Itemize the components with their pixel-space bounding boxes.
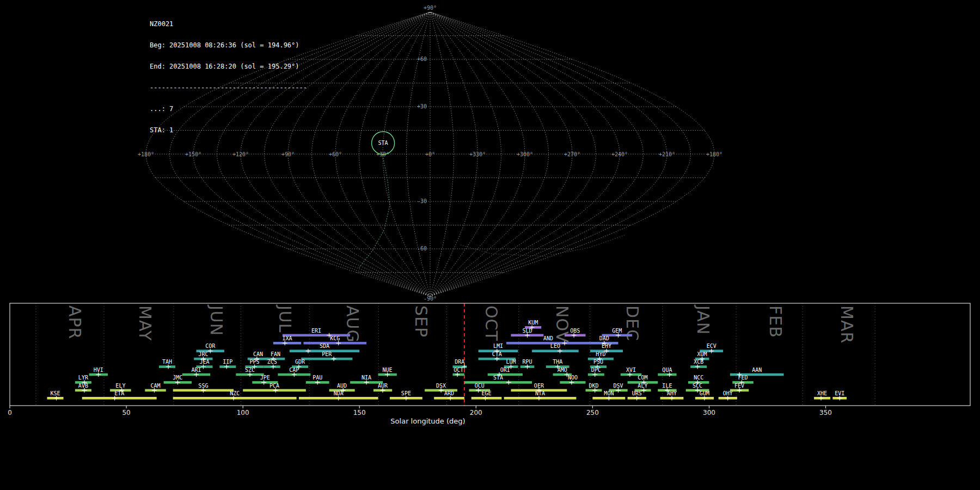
shower-code-label: CAP — [289, 367, 299, 373]
shower-code-label: DRA — [455, 359, 464, 365]
month-label: MAR — [837, 305, 856, 344]
shower-code-label: SLD — [522, 328, 532, 334]
shower-code-label: COR — [205, 343, 216, 349]
shower-code-label: ECV — [707, 343, 716, 349]
shower-code-label: OCU — [475, 383, 485, 389]
radiant-map-and-timeline: +180°+150°+120°+90°+60°+30°+0°+330°+300°… — [0, 0, 980, 490]
shower-code-label: STA — [493, 375, 503, 381]
x-tick-label: 350 — [819, 409, 832, 416]
shower-code-label: EGE — [482, 390, 492, 396]
shower-bar — [506, 342, 590, 345]
shower-code-label: ELY — [115, 383, 125, 389]
month-label: SEP — [412, 305, 431, 338]
shower-code-label: ORI — [500, 367, 510, 373]
shower-code-label: XVI — [626, 367, 636, 373]
shower-code-label: ARD — [444, 390, 454, 396]
shower-code-label: GEM — [612, 328, 622, 334]
sta-radiant-label: STA — [378, 140, 388, 146]
shower-code-label: ZCS — [267, 359, 277, 365]
shower-bar — [532, 350, 579, 352]
shower-code-label: KCG — [330, 335, 340, 341]
shower-bar — [301, 358, 352, 360]
map-lon-label: +150° — [185, 151, 201, 157]
map-lon-label: +270° — [564, 151, 580, 157]
shower-code-label: SSG — [198, 383, 208, 389]
shower-code-label: DPC — [591, 367, 601, 373]
shower-code-label: IXA — [282, 335, 292, 341]
shower-code-label: SPE — [401, 390, 411, 396]
map-lon-label: +90° — [281, 151, 295, 157]
map-faint-track — [551, 235, 626, 255]
shower-code-label: LMI — [493, 343, 503, 349]
shower-code-label: OER — [534, 383, 544, 389]
shower-code-label: MON — [604, 390, 614, 396]
x-tick-label: 300 — [703, 409, 715, 416]
shower-code-label: JMC — [173, 375, 182, 381]
shower-code-label: KUM — [528, 320, 538, 326]
shower-code-label: AND — [543, 335, 553, 341]
month-label: APR — [65, 305, 84, 339]
shower-code-label: FED — [738, 375, 748, 381]
shower-code-label: AUD — [337, 383, 347, 389]
shower-code-label: FEV — [734, 383, 744, 389]
shower-code-label: EVI — [835, 390, 844, 396]
shower-code-label: PPS — [250, 359, 260, 365]
month-label: OCT — [482, 305, 501, 341]
map-lat-label: -60 — [417, 246, 427, 252]
map-lon-label: +180° — [706, 151, 722, 157]
shower-code-label: SCC — [693, 383, 702, 389]
x-tick-label: 50 — [122, 409, 130, 416]
shower-code-label: FAN — [271, 351, 280, 357]
shower-code-label: OBS — [570, 328, 580, 334]
shower-code-label: QUA — [662, 367, 672, 373]
shower-code-label: CTA — [492, 351, 502, 357]
shower-code-label: EHY — [602, 343, 611, 349]
month-label: JUL — [275, 304, 295, 333]
map-lon-label: +180° — [138, 151, 154, 157]
month-label: AUG — [343, 305, 362, 343]
shower-code-label: ERI — [311, 328, 321, 334]
shower-code-label: AHY — [667, 390, 677, 396]
month-label: JAN — [694, 304, 713, 335]
shower-code-label: URS — [632, 390, 642, 396]
shower-code-label: THA — [553, 359, 562, 365]
shower-code-label: NDA — [334, 390, 344, 396]
shower-code-label: JPE — [260, 375, 270, 381]
shower-code-label: OHY — [723, 390, 733, 396]
shower-code-label: NTA — [535, 390, 545, 396]
shower-code-label: PCA — [270, 383, 279, 389]
shower-code-label: DKD — [589, 383, 598, 389]
shower-bar — [304, 342, 367, 345]
station-id: NZ0021 — [150, 21, 307, 28]
shower-code-label: DAD — [599, 335, 609, 341]
shower-code-label: XCB — [694, 359, 703, 365]
shower-code-label: AVB — [78, 383, 88, 389]
x-tick-label: 0 — [8, 409, 12, 416]
count-sta: STA: 1 — [150, 127, 307, 134]
shower-code-label: SDA — [320, 343, 329, 349]
separator-line: ---------------------------------------- — [150, 84, 307, 91]
shower-code-label: PER — [322, 351, 332, 357]
shower-code-label: ALY — [638, 383, 647, 389]
map-north-pole-label: +90° — [424, 5, 437, 11]
shower-code-label: AAN — [752, 367, 762, 373]
shower-code-label: NUE — [383, 367, 393, 373]
shower-code-label: RPU — [522, 359, 532, 365]
shower-code-label: HVI — [94, 367, 103, 373]
map-lon-label: +120° — [232, 151, 249, 157]
map-lon-label: +330° — [469, 151, 486, 157]
shower-code-label: IIP — [223, 359, 232, 365]
count-unclassified: ...: 7 — [150, 106, 307, 113]
map-lon-label: +210° — [659, 151, 675, 157]
map-south-pole-label: -90° — [424, 296, 437, 302]
shower-code-label: GDR — [295, 359, 305, 365]
map-lon-label: +60° — [329, 151, 342, 157]
x-tick-label: 150 — [353, 409, 366, 416]
x-tick-label: 100 — [237, 409, 249, 416]
month-label: FEB — [766, 305, 785, 338]
meteor-observation-summary: +180°+150°+120°+90°+60°+30°+0°+330°+300°… — [0, 0, 980, 490]
shower-code-label: KSE — [50, 390, 60, 396]
shower-code-label: LUM — [506, 359, 516, 365]
shower-code-label: CAM — [151, 383, 161, 389]
shower-code-label: NCC — [694, 375, 703, 381]
